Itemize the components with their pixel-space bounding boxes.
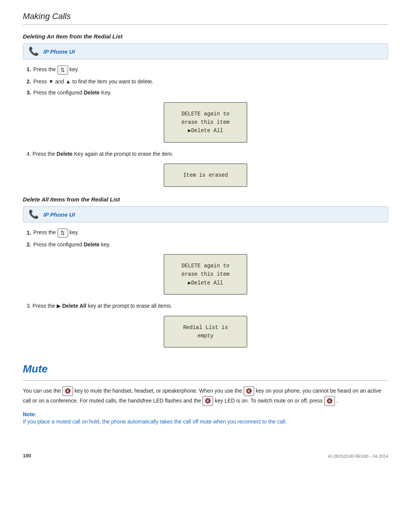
phone-icon-1: 📞 xyxy=(29,46,39,56)
note-text: If you place a muted call on hold, the p… xyxy=(23,419,287,425)
mute-section: Mute You can use the 🔇 key to mute the h… xyxy=(23,363,388,426)
redial-key-1: ⇅ xyxy=(57,66,68,75)
ip-phone-label-1: IP Phone UI xyxy=(43,48,75,55)
mute-key-icon-2: 🔇 xyxy=(244,386,254,396)
step-2-3: 3. Press the ▶ Delete All key at the pro… xyxy=(23,302,388,310)
section2-heading: Delete All Items from the Redial List xyxy=(23,196,388,203)
mute-body: You can use the 🔇 key to mute the handse… xyxy=(23,386,388,406)
mute-key-icon-4: 🔇 xyxy=(324,396,335,406)
redial-key-2: ⇅ xyxy=(57,228,68,238)
footer-doc-number: 41-001523-00 REV00 – 04.2014 xyxy=(328,454,388,459)
ip-phone-label-2: IP Phone UI xyxy=(43,211,75,218)
step-2-1: 1. Press the ⇅ key. xyxy=(23,228,388,238)
phone-icon-2: 📞 xyxy=(29,209,39,219)
top-divider xyxy=(23,24,388,25)
screen-box-4: Redial List is empty xyxy=(164,316,247,348)
mute-divider xyxy=(23,380,388,381)
section1-heading: Deleting An Item from the Redial List xyxy=(23,33,388,40)
section-delete-all: Delete All Items from the Redial List 📞 … xyxy=(23,196,388,348)
footer-page-number: 100 xyxy=(23,453,31,459)
steps-list-2: 1. Press the ⇅ key. 2. Press the configu… xyxy=(23,228,388,249)
page-title: Making Calls xyxy=(23,11,388,21)
step-1-2: 2. Press ▼ and ▲ to find the item you wa… xyxy=(23,78,388,86)
step-1-1: 1. Press the ⇅ key. xyxy=(23,66,388,75)
mute-key-icon-1: 🔇 xyxy=(62,386,73,396)
step-2-2: 2. Press the configured Delete key. xyxy=(23,241,388,249)
mute-key-icon-3: 🔇 xyxy=(202,396,213,406)
steps-list-1: 1. Press the ⇅ key. 2. Press ▼ and ▲ to … xyxy=(23,66,388,97)
screen-box-1: DELETE again to erase this item ▶Delete … xyxy=(164,102,247,143)
ip-phone-bar-1: 📞 IP Phone UI xyxy=(23,43,388,59)
step-1-4: 4. Press the Delete Key again at the pro… xyxy=(23,150,388,158)
mute-title: Mute xyxy=(23,363,388,375)
ip-phone-bar-2: 📞 IP Phone UI xyxy=(23,206,388,222)
footer: 100 41-001523-00 REV00 – 04.2014 xyxy=(23,449,388,459)
note-block: Note: If you place a muted call on hold,… xyxy=(23,411,388,426)
step-1-3: 3. Press the configured Delete Key. xyxy=(23,89,388,97)
note-label: Note: xyxy=(23,411,37,417)
screen-box-2: Item is erased xyxy=(164,163,247,187)
section-delete-item: Deleting An Item from the Redial List 📞 … xyxy=(23,33,388,187)
screen-box-3: DELETE again to erase this item ▶Delete … xyxy=(164,254,247,295)
